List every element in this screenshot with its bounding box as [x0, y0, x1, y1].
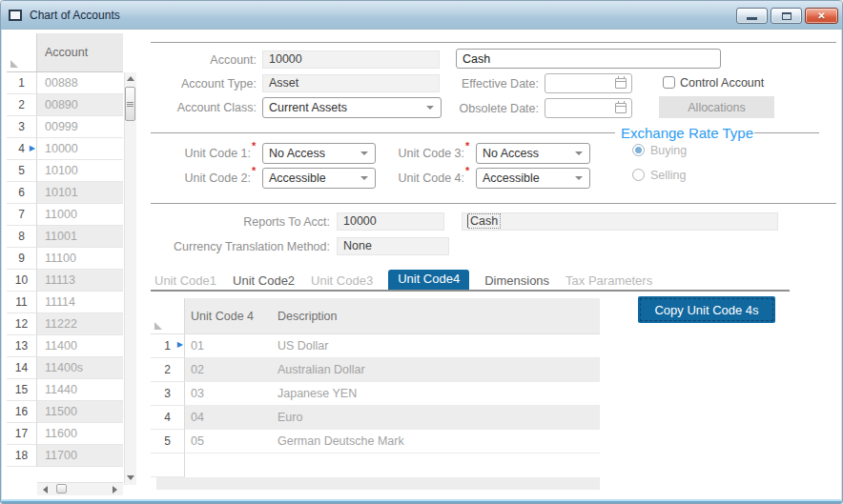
account-row[interactable]: 5 10100	[7, 160, 123, 182]
separator	[151, 203, 836, 204]
required-asterisk: *	[465, 165, 469, 176]
reports-to-acct-field: 10000	[337, 212, 444, 231]
horizontal-scrollbar-thumb[interactable]	[56, 484, 67, 494]
maximize-button[interactable]	[771, 8, 802, 24]
row-number-cell: 14	[7, 357, 37, 379]
accounts-grid-vertical-scrollbar[interactable]	[124, 72, 136, 485]
description-cell: German Deutsche Mark	[276, 430, 404, 453]
scroll-left-button[interactable]	[39, 483, 51, 495]
scrollbar-grip-icon	[127, 104, 134, 105]
unit-code-2-label: Unit Code 2:	[151, 169, 251, 188]
account-code-field: 10000	[262, 50, 440, 69]
vertical-scrollbar-thumb[interactable]	[125, 87, 135, 121]
unit-code-cell: 04	[185, 406, 276, 429]
description-column-header[interactable]: Description	[278, 298, 338, 334]
account-row[interactable]: 4▶ 10000	[7, 138, 123, 160]
account-class-dropdown[interactable]: Current Assets	[262, 97, 442, 118]
account-cell: 00888	[37, 72, 123, 94]
tab-unit-code1[interactable]: Unit Code1	[154, 272, 217, 290]
chevron-down-icon	[575, 176, 583, 180]
unit-code-4-value: Accessible	[483, 171, 540, 185]
account-cell: 00890	[37, 94, 123, 116]
calendar-icon[interactable]	[615, 103, 627, 113]
scroll-down-button[interactable]	[124, 472, 136, 484]
account-type-field: Asset	[262, 74, 440, 92]
tab-unit-code2[interactable]: Unit Code2	[232, 272, 296, 290]
account-row[interactable]: 6 10101	[7, 182, 123, 204]
unit-code-4-dropdown[interactable]: Accessible	[476, 168, 590, 189]
row-number-cell: 6	[7, 182, 37, 204]
account-cell: 11100	[37, 248, 123, 270]
accounts-grid-corner-cell[interactable]	[7, 33, 37, 72]
account-name-input[interactable]	[456, 49, 721, 69]
unit-code-1-dropdown[interactable]: No Access	[262, 143, 376, 164]
scroll-up-button[interactable]	[124, 72, 136, 85]
row-number-cell: 15	[7, 379, 37, 401]
arrow-right-icon	[113, 486, 117, 494]
close-button[interactable]: ✕	[805, 8, 838, 24]
unit-code-3-label: Unit Code 3:	[364, 144, 464, 163]
account-cell: 11114	[37, 292, 123, 313]
tab-unit-code4[interactable]: Unit Code4	[388, 270, 469, 290]
selling-radio[interactable]	[632, 169, 645, 181]
account-row[interactable]: 7 11000	[7, 204, 123, 226]
account-row[interactable]: 14 11400s	[7, 357, 123, 379]
unit-code-4-column-header[interactable]: Unit Code 4	[191, 298, 254, 334]
buying-radio[interactable]	[632, 144, 645, 156]
accounts-grid-rows: 1 00888 2 00890 3 00999 4▶ 10000 5 10100…	[7, 72, 123, 467]
row-number-cell: 13	[7, 335, 37, 357]
account-row[interactable]: 11 11114	[7, 292, 123, 313]
tab-unit-code3[interactable]: Unit Code3	[310, 272, 374, 290]
separator	[754, 132, 819, 133]
account-row[interactable]: 3 00999	[7, 116, 123, 138]
account-row[interactable]: 2 00890	[7, 94, 123, 116]
unit-code4-row[interactable]: 4 04 Euro	[151, 406, 600, 430]
row-number-cell: 4	[151, 406, 185, 430]
allocations-button[interactable]: Allocations	[659, 96, 774, 118]
unit-code4-row[interactable]: 1▶ 01 US Dollar	[151, 334, 600, 358]
unit-code4-row[interactable]: 2 02 Australian Dollar	[151, 358, 600, 382]
accounts-grid-column-header[interactable]: Account	[37, 33, 123, 72]
account-label: Account:	[151, 50, 257, 70]
scroll-right-button[interactable]	[109, 483, 121, 495]
unit-code-2-dropdown[interactable]: Accessible	[262, 168, 376, 189]
unit-code-3-dropdown[interactable]: No Access	[476, 143, 590, 164]
chevron-down-icon	[426, 106, 434, 110]
tab-strip-underline	[151, 290, 790, 292]
row-number-cell: 8	[7, 226, 37, 248]
unit-code4-row[interactable]: 5 05 German Deutsche Mark	[151, 430, 600, 454]
account-cell: 11222	[37, 313, 123, 335]
window-bottom-border	[1, 499, 842, 503]
unit-table-header: Unit Code 4 Description	[185, 298, 600, 334]
tab-dimensions[interactable]: Dimensions	[483, 272, 550, 290]
account-row[interactable]: 16 11500	[7, 401, 123, 423]
control-account-checkbox[interactable]	[663, 76, 675, 89]
exchange-rate-type-title: Exchange Rate Type	[621, 125, 753, 141]
minimize-button[interactable]	[736, 8, 768, 24]
account-cell: 11440	[37, 379, 123, 401]
account-row[interactable]: 10 11113	[7, 270, 123, 292]
account-row[interactable]: 17 11600	[7, 423, 123, 445]
currency-translation-method-label: Currency Translation Method:	[151, 237, 330, 256]
copy-unit-code-4s-button[interactable]: Copy Unit Code 4s	[638, 296, 775, 323]
tab-tax-parameters[interactable]: Tax Parameters	[565, 272, 653, 290]
account-row[interactable]: 8 11001	[7, 226, 123, 248]
required-asterisk: *	[252, 140, 256, 151]
account-row[interactable]: 13 11400	[7, 335, 123, 357]
obsolete-date-label: Obsolete Date:	[436, 99, 539, 118]
row-number-cell: 18	[7, 445, 37, 467]
unit-code4-row[interactable]: 3 03 Japanese YEN	[151, 382, 600, 406]
account-row[interactable]: 12 11222	[7, 313, 123, 335]
account-cell: 11113	[37, 270, 123, 292]
reports-to-acct-label: Reports To Acct:	[151, 212, 330, 232]
account-row[interactable]: 18 11700	[7, 445, 123, 467]
chart-of-accounts-window: Chart of Accounts ✕ Account 1 00888 2 00…	[0, 0, 843, 504]
account-cell: 10000	[37, 138, 123, 160]
account-row[interactable]: 15 11440	[7, 379, 123, 401]
calendar-icon[interactable]	[615, 78, 627, 89]
account-row[interactable]: 1 00888	[7, 72, 123, 94]
account-row[interactable]: 9 11100	[7, 248, 123, 270]
unit-table-corner-cell[interactable]	[151, 298, 185, 334]
window-controls: ✕	[736, 8, 838, 24]
separator	[151, 132, 615, 133]
